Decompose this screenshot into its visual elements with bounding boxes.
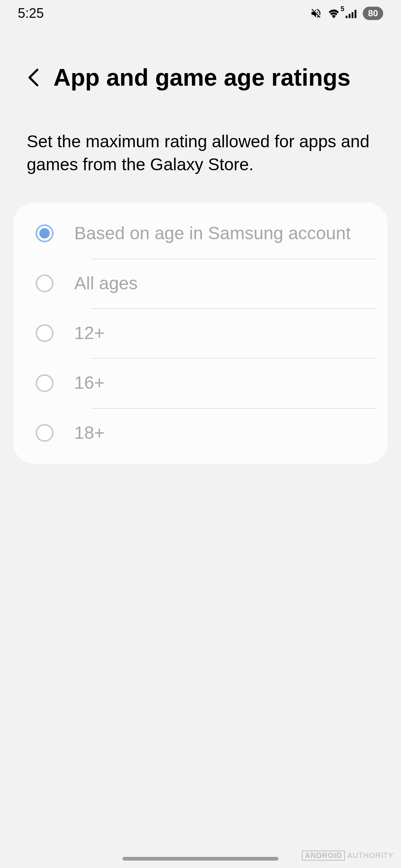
option-all-ages[interactable]: All ages bbox=[13, 259, 388, 308]
option-label: Based on age in Samsung account bbox=[74, 222, 370, 245]
home-indicator[interactable] bbox=[123, 857, 278, 861]
option-label: 16+ bbox=[74, 371, 370, 394]
svg-rect-1 bbox=[349, 14, 351, 18]
watermark-brand: ANDROID bbox=[302, 851, 345, 861]
option-label: 12+ bbox=[74, 322, 370, 345]
option-label: 18+ bbox=[74, 421, 370, 444]
page-description: Set the maximum rating allowed for apps … bbox=[0, 91, 401, 176]
radio-selected-icon bbox=[36, 224, 53, 242]
radio-unselected-icon bbox=[36, 374, 53, 392]
status-time: 5:25 bbox=[18, 6, 44, 21]
radio-unselected-icon bbox=[36, 324, 53, 342]
page-title: App and game age ratings bbox=[53, 64, 351, 91]
svg-rect-3 bbox=[355, 10, 356, 18]
option-16-plus[interactable]: 16+ bbox=[13, 358, 388, 408]
mute-icon bbox=[310, 7, 322, 19]
battery-indicator: 80 bbox=[363, 7, 383, 20]
status-icons: 5 80 bbox=[310, 7, 383, 20]
wifi-icon: 5 bbox=[327, 8, 340, 19]
options-card: Based on age in Samsung account All ages… bbox=[13, 203, 388, 464]
option-label: All ages bbox=[74, 272, 370, 295]
wifi-band-label: 5 bbox=[340, 5, 344, 13]
radio-unselected-icon bbox=[36, 424, 53, 442]
svg-rect-2 bbox=[352, 12, 353, 18]
watermark: ANDROID AUTHORITY bbox=[302, 851, 394, 861]
status-bar: 5:25 5 80 bbox=[0, 0, 401, 27]
radio-unselected-icon bbox=[36, 274, 53, 292]
signal-icon bbox=[346, 8, 358, 19]
option-18-plus[interactable]: 18+ bbox=[13, 408, 388, 458]
watermark-name: AUTHORITY bbox=[347, 851, 394, 860]
svg-rect-0 bbox=[346, 16, 348, 18]
back-icon[interactable] bbox=[27, 67, 40, 88]
option-12-plus[interactable]: 12+ bbox=[13, 308, 388, 358]
option-samsung-account[interactable]: Based on age in Samsung account bbox=[13, 208, 388, 258]
page-header: App and game age ratings bbox=[0, 27, 401, 91]
